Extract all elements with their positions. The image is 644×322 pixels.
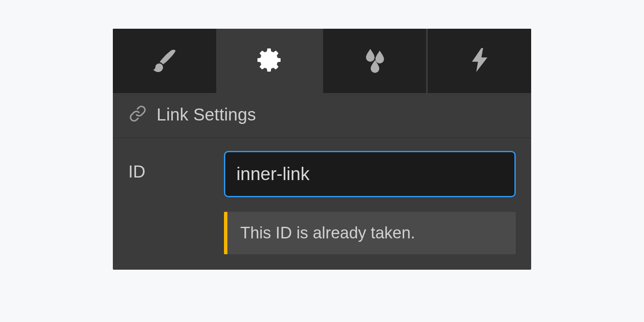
bolt-icon	[466, 46, 493, 75]
id-input[interactable]	[224, 151, 516, 197]
id-label: ID	[128, 151, 215, 181]
settings-panel: Link Settings ID This ID is already take…	[113, 29, 531, 270]
panel-tabbar	[113, 29, 531, 93]
section-header: Link Settings	[113, 93, 531, 138]
droplets-icon	[361, 46, 388, 75]
form-row-id: ID This ID is already taken.	[113, 138, 531, 270]
section-title: Link Settings	[157, 105, 256, 124]
brush-icon	[151, 46, 178, 75]
tab-effects[interactable]	[323, 29, 426, 93]
tab-interactions[interactable]	[428, 29, 531, 93]
link-icon	[128, 104, 147, 125]
gear-icon	[256, 46, 283, 75]
id-warning-message: This ID is already taken.	[224, 212, 516, 254]
tab-settings[interactable]	[218, 29, 321, 93]
id-control-column: This ID is already taken.	[224, 151, 516, 254]
tab-style[interactable]	[113, 29, 216, 93]
